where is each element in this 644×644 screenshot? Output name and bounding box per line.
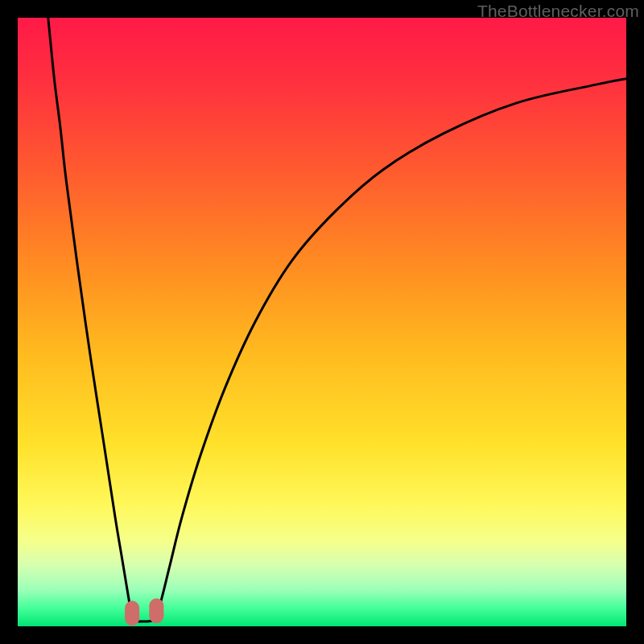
marker-right xyxy=(149,598,163,623)
watermark-text: TheBottlenecker.com xyxy=(477,2,639,21)
gradient-background xyxy=(18,18,626,626)
bottleneck-chart xyxy=(18,18,626,626)
marker-left xyxy=(125,601,139,625)
svg-point-5 xyxy=(149,609,163,623)
chart-frame xyxy=(18,18,626,626)
svg-point-2 xyxy=(125,611,139,625)
